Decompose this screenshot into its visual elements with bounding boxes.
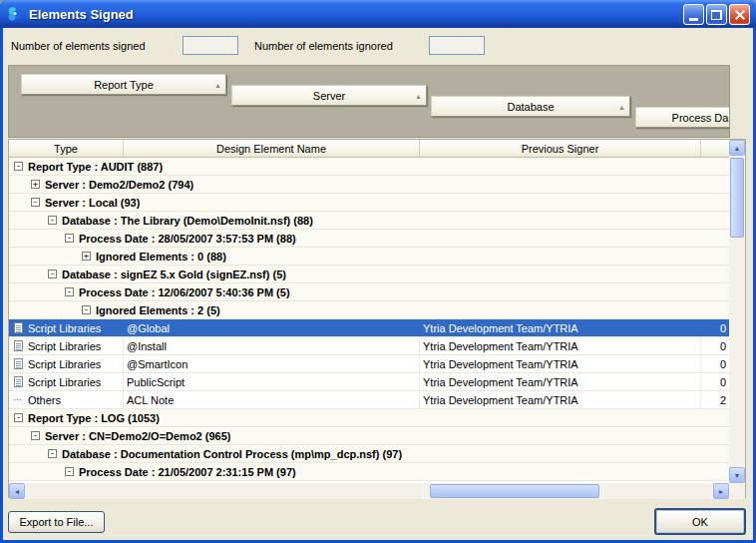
group-row[interactable]: -Ignored Elements : 2 (5)	[9, 301, 729, 319]
group-row-label: Server : CN=Demo2/O=Demo2 (965)	[45, 430, 230, 442]
collapse-toggle-icon[interactable]: -	[65, 234, 74, 243]
group-row[interactable]: -Server : Local (93)	[9, 194, 729, 212]
scroll-left-button[interactable]: ◄	[9, 483, 25, 499]
scroll-right-button[interactable]: ►	[713, 483, 729, 499]
minimize-icon	[689, 18, 698, 21]
column-header-design-element-name[interactable]: Design Element Name	[124, 140, 420, 158]
collapse-toggle-icon[interactable]: -	[65, 467, 74, 476]
group-row[interactable]: -Database : signEZ 5.x Gold (signEZ.nsf)…	[9, 266, 729, 283]
element-count: 2	[701, 391, 729, 408]
collapse-toggle-icon[interactable]: -	[82, 305, 91, 314]
column-header-type[interactable]: Type	[9, 140, 124, 158]
group-row-label: Ignored Elements : 2 (5)	[96, 304, 220, 316]
script-library-icon	[14, 322, 23, 333]
element-count: 0	[701, 337, 729, 354]
column-header-previous-signer[interactable]: Previous Signer	[420, 140, 701, 158]
sort-ascending-icon: ▲	[214, 81, 221, 88]
element-type: Script Libraries	[28, 322, 101, 334]
table-row[interactable]: Script Libraries@GlobalYtria Development…	[9, 319, 729, 337]
group-row-label: Report Type : AUDIT (887)	[28, 161, 163, 173]
group-row-label: Server : Demo2/Demo2 (794)	[45, 179, 193, 191]
group-row-label: Report Type : LOG (1053)	[28, 412, 160, 424]
group-row[interactable]: -Server : CN=Demo2/O=Demo2 (965)	[9, 427, 729, 445]
column-header-extra[interactable]	[701, 140, 729, 158]
close-button[interactable]	[729, 4, 750, 25]
table-body: -Report Type : AUDIT (887)+Server : Demo…	[9, 158, 729, 481]
group-button-process-date[interactable]: Process Da ▲	[635, 107, 730, 128]
group-row-label: Server : Local (93)	[45, 197, 140, 209]
scroll-up-icon: ▲	[734, 145, 741, 152]
group-row-label: Process Date : 28/05/2007 3:57:53 PM (88…	[79, 233, 296, 245]
group-button-report-type[interactable]: Report Type ▲	[21, 74, 226, 95]
results-grid: Type Design Element Name Previous Signer…	[8, 139, 746, 498]
restore-icon	[711, 10, 722, 20]
group-button-label: Server	[313, 90, 345, 102]
table-row[interactable]: ···OthersACL NoteYtria Development Team/…	[9, 391, 729, 409]
scroll-down-button[interactable]: ▼	[729, 467, 745, 483]
collapse-toggle-icon[interactable]: -	[65, 287, 74, 296]
group-row[interactable]: -Database : The Library (Demo\DemoInit.n…	[9, 212, 729, 230]
signed-count-field[interactable]	[183, 36, 238, 55]
group-button-label: Report Type	[94, 79, 154, 91]
table-row[interactable]: Script LibrariesPublicScriptYtria Develo…	[9, 373, 729, 391]
element-count: 0	[701, 319, 729, 336]
collapse-toggle-icon[interactable]: -	[14, 413, 23, 422]
group-row[interactable]: +Ignored Elements : 0 (88)	[9, 248, 729, 266]
table-row[interactable]: Script Libraries@InstallYtria Developmen…	[9, 337, 729, 355]
group-row[interactable]: -Process Date : 12/06/2007 5:40:36 PM (5…	[9, 283, 729, 301]
scroll-left-icon: ◄	[14, 488, 21, 495]
group-row-label: Ignored Elements : 0 (88)	[96, 251, 226, 263]
element-type: Script Libraries	[28, 358, 101, 370]
previous-signer: Ytria Development Team/YTRIA	[420, 355, 701, 372]
sort-ascending-icon: ▲	[415, 92, 422, 99]
group-row-label: Process Date : 12/06/2007 5:40:36 PM (5)	[79, 286, 290, 298]
ignored-count-field[interactable]	[429, 36, 485, 55]
expand-toggle-icon[interactable]: +	[82, 252, 91, 261]
elements-signed-dialog: Elements Signed Number of elements signe…	[0, 0, 756, 543]
scrollbar-corner	[729, 483, 745, 499]
previous-signer: Ytria Development Team/YTRIA	[420, 319, 701, 336]
signed-count-label: Number of elements signed	[11, 40, 146, 52]
script-library-icon	[14, 358, 23, 369]
element-name: ACL Note	[124, 391, 420, 408]
titlebar[interactable]: Elements Signed	[0, 0, 756, 28]
previous-signer: Ytria Development Team/YTRIA	[420, 373, 701, 390]
group-button-server[interactable]: Server ▲	[231, 85, 427, 106]
group-button-label: Process Da	[672, 112, 729, 124]
group-row-label: Process Date : 21/05/2007 2:31:15 PM (97…	[79, 466, 296, 478]
element-name: @Install	[124, 337, 420, 354]
collapse-toggle-icon[interactable]: -	[31, 431, 40, 440]
horizontal-scroll-thumb[interactable]	[430, 484, 599, 498]
expand-toggle-icon[interactable]: +	[31, 180, 40, 189]
group-button-database[interactable]: Database ▲	[431, 96, 630, 117]
group-row[interactable]: -Process Date : 28/05/2007 3:57:53 PM (8…	[9, 230, 729, 248]
scroll-up-button[interactable]: ▲	[729, 140, 745, 156]
element-count: 0	[701, 355, 729, 372]
collapse-toggle-icon[interactable]: -	[48, 449, 57, 458]
previous-signer: Ytria Development Team/YTRIA	[420, 337, 701, 354]
horizontal-scrollbar[interactable]: ◄ ►	[9, 483, 729, 499]
group-row[interactable]: -Database : Documentation Control Proces…	[9, 445, 729, 463]
collapse-toggle-icon[interactable]: -	[31, 198, 40, 207]
group-by-panel: Report Type ▲ Server ▲ Database ▲ Proces…	[8, 65, 730, 138]
element-name: @SmartIcon	[124, 355, 420, 372]
restore-button[interactable]	[706, 4, 727, 25]
collapse-toggle-icon[interactable]: -	[14, 162, 23, 171]
export-to-file-button[interactable]: Export to File...	[8, 511, 105, 533]
group-row[interactable]: -Report Type : AUDIT (887)	[9, 158, 729, 176]
minimize-button[interactable]	[683, 4, 704, 25]
vertical-scrollbar[interactable]: ▲ ▼	[729, 140, 745, 483]
group-row[interactable]: +Server : Demo2/Demo2 (794)	[9, 176, 729, 194]
group-row-label: Database : Documentation Control Process…	[62, 448, 402, 460]
collapse-toggle-icon[interactable]: -	[48, 216, 57, 225]
previous-signer: Ytria Development Team/YTRIA	[420, 391, 701, 408]
others-icon: ···	[13, 395, 26, 404]
ok-button[interactable]: OK	[654, 508, 746, 535]
table-row[interactable]: Script Libraries@SmartIconYtria Developm…	[9, 355, 729, 373]
vertical-scroll-thumb[interactable]	[730, 158, 744, 238]
dialog-body: Number of elements signed Number of elem…	[3, 28, 753, 540]
collapse-toggle-icon[interactable]: -	[48, 270, 57, 278]
group-row[interactable]: -Process Date : 21/05/2007 2:31:15 PM (9…	[9, 463, 729, 481]
group-row-label: Database : The Library (Demo\DemoInit.ns…	[62, 215, 313, 227]
group-row[interactable]: -Report Type : LOG (1053)	[9, 409, 729, 427]
